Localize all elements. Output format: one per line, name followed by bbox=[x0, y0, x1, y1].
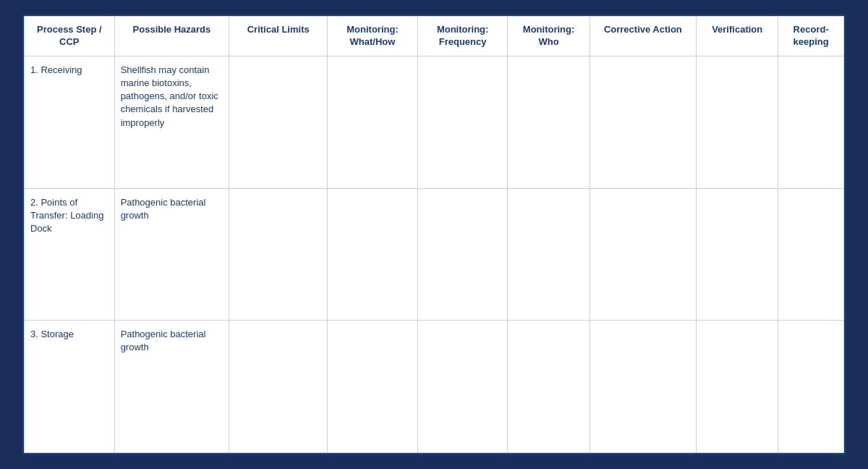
header-corrective: Corrective Action bbox=[590, 17, 696, 56]
row1-hazards: Shellfish may contain marine biotoxins, … bbox=[114, 56, 229, 188]
row2-what bbox=[328, 188, 418, 321]
row3-record bbox=[778, 321, 844, 453]
row2-process: 2. Points of Transfer: Loading Dock bbox=[25, 188, 115, 321]
row2-hazards: Pathogenic bacterial growth bbox=[114, 188, 229, 321]
header-critical: Critical Limits bbox=[229, 17, 328, 56]
row3-process: 3. Storage bbox=[25, 321, 115, 453]
header-record: Record-keeping bbox=[778, 17, 844, 56]
header-freq: Monitoring: Frequency bbox=[417, 17, 508, 56]
header-process: Process Step / CCP bbox=[25, 17, 115, 56]
row1-critical bbox=[229, 56, 328, 188]
haccp-table-container: Process Step / CCP Possible Hazards Crit… bbox=[22, 14, 846, 455]
row3-what bbox=[328, 321, 418, 453]
row2-record bbox=[778, 188, 844, 321]
row1-what bbox=[328, 56, 418, 188]
row2-freq bbox=[417, 188, 508, 321]
table-row: 1. Receiving Shellfish may contain marin… bbox=[25, 56, 844, 188]
row2-corrective bbox=[590, 188, 696, 321]
row3-hazards: Pathogenic bacterial growth bbox=[114, 321, 229, 453]
header-verification: Verification bbox=[697, 17, 778, 56]
row3-corrective bbox=[590, 321, 696, 453]
row1-process: 1. Receiving bbox=[25, 56, 115, 188]
row3-critical bbox=[229, 321, 328, 453]
haccp-table: Process Step / CCP Possible Hazards Crit… bbox=[24, 16, 844, 453]
header-hazards: Possible Hazards bbox=[114, 17, 229, 56]
row1-record bbox=[778, 56, 844, 188]
row3-freq bbox=[417, 321, 508, 453]
header-who: Monitoring: Who bbox=[508, 17, 590, 56]
row1-freq bbox=[417, 56, 508, 188]
row1-verification bbox=[697, 56, 778, 188]
header-row: Process Step / CCP Possible Hazards Crit… bbox=[25, 17, 844, 56]
row2-verification bbox=[697, 188, 778, 321]
header-what: Monitoring: What/How bbox=[328, 17, 418, 56]
table-row: 3. Storage Pathogenic bacterial growth bbox=[25, 321, 844, 453]
row2-critical bbox=[229, 188, 328, 321]
row1-corrective bbox=[590, 56, 696, 188]
row2-who bbox=[508, 188, 590, 321]
row3-verification bbox=[697, 321, 778, 453]
row1-who bbox=[508, 56, 590, 188]
row3-who bbox=[508, 321, 590, 453]
table-row: 2. Points of Transfer: Loading Dock Path… bbox=[25, 188, 844, 321]
